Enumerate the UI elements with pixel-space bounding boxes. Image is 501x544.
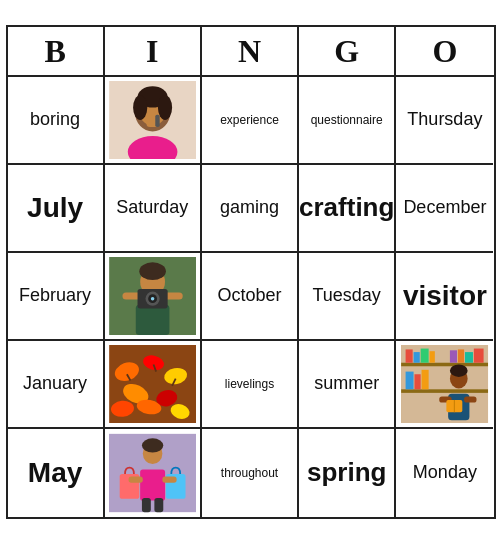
svg-rect-42 <box>474 349 484 363</box>
cell-text: Monday <box>413 462 477 484</box>
cell-0-1 <box>105 77 202 165</box>
cell-1-1: Saturday <box>105 165 202 253</box>
svg-rect-45 <box>422 370 429 390</box>
header-b: B <box>8 27 105 75</box>
cell-text: Tuesday <box>313 285 381 307</box>
cell-0-2: experience <box>202 77 299 165</box>
cell-text: spring <box>307 457 386 488</box>
svg-point-18 <box>151 297 155 301</box>
shopping-bags-image <box>109 433 196 513</box>
bingo-card: B I N G O boring <box>6 25 496 519</box>
svg-point-4 <box>133 95 147 120</box>
svg-rect-12 <box>135 305 169 335</box>
svg-rect-57 <box>142 498 151 512</box>
cell-text: January <box>23 373 87 395</box>
cell-1-2: gaming <box>202 165 299 253</box>
header-g: G <box>299 27 396 75</box>
svg-rect-37 <box>421 349 429 363</box>
svg-rect-8 <box>155 115 159 127</box>
svg-point-11 <box>139 262 166 280</box>
svg-rect-50 <box>464 396 476 402</box>
cell-text: visitor <box>403 279 487 313</box>
cell-text: questionnaire <box>311 113 383 127</box>
header-n: N <box>202 27 299 75</box>
svg-rect-44 <box>415 374 421 389</box>
cell-2-1 <box>105 253 202 341</box>
boy-library-image <box>400 345 489 423</box>
cell-4-4: Monday <box>396 429 493 517</box>
svg-rect-39 <box>450 350 457 362</box>
svg-rect-33 <box>401 363 488 367</box>
cell-2-3: Tuesday <box>299 253 396 341</box>
cell-text: Thursday <box>407 109 482 131</box>
cell-text: summer <box>314 373 379 395</box>
svg-rect-41 <box>465 352 473 363</box>
cell-text: crafting <box>299 192 394 223</box>
cell-0-0: boring <box>8 77 105 165</box>
cell-0-4: Thursday <box>396 77 493 165</box>
svg-rect-38 <box>430 351 435 363</box>
bingo-header: B I N G O <box>8 27 494 77</box>
woman-portrait-image <box>109 81 196 159</box>
cell-text: Saturday <box>116 197 188 219</box>
svg-point-55 <box>142 438 163 452</box>
cell-4-0: May <box>8 429 105 517</box>
svg-rect-58 <box>154 498 163 512</box>
cell-text: throughout <box>221 466 278 480</box>
header-i: I <box>105 27 202 75</box>
svg-rect-35 <box>406 349 413 362</box>
svg-rect-43 <box>406 372 414 390</box>
cell-2-0: February <box>8 253 105 341</box>
svg-rect-61 <box>128 477 142 483</box>
cell-3-3: summer <box>299 341 396 429</box>
cell-text: February <box>19 285 91 307</box>
cell-text: experience <box>220 113 279 127</box>
cell-4-1 <box>105 429 202 517</box>
cell-text: boring <box>30 109 80 131</box>
cell-text: gaming <box>220 197 279 219</box>
cell-1-4: December <box>396 165 493 253</box>
svg-rect-40 <box>458 349 464 362</box>
woman-camera-image <box>109 257 196 335</box>
cell-3-1 <box>105 341 202 429</box>
cell-text: May <box>28 456 82 490</box>
cell-text: July <box>27 191 83 225</box>
bingo-grid: boring <box>8 77 494 517</box>
svg-rect-56 <box>140 469 165 500</box>
cell-4-3: spring <box>299 429 396 517</box>
svg-rect-62 <box>162 477 176 483</box>
cell-1-3: crafting <box>299 165 396 253</box>
cell-0-3: questionnaire <box>299 77 396 165</box>
cell-text: October <box>217 285 281 307</box>
svg-point-5 <box>158 95 172 120</box>
header-o: O <box>396 27 493 75</box>
svg-rect-36 <box>414 352 420 363</box>
cell-3-4 <box>396 341 493 429</box>
autumn-leaves-image <box>109 345 196 423</box>
cell-1-0: July <box>8 165 105 253</box>
svg-point-47 <box>450 365 468 377</box>
cell-2-2: October <box>202 253 299 341</box>
svg-rect-34 <box>401 389 488 393</box>
cell-3-2: lievelings <box>202 341 299 429</box>
cell-4-2: throughout <box>202 429 299 517</box>
cell-2-4: visitor <box>396 253 493 341</box>
cell-text: lievelings <box>225 377 274 391</box>
cell-3-0: January <box>8 341 105 429</box>
cell-text: December <box>403 197 486 219</box>
